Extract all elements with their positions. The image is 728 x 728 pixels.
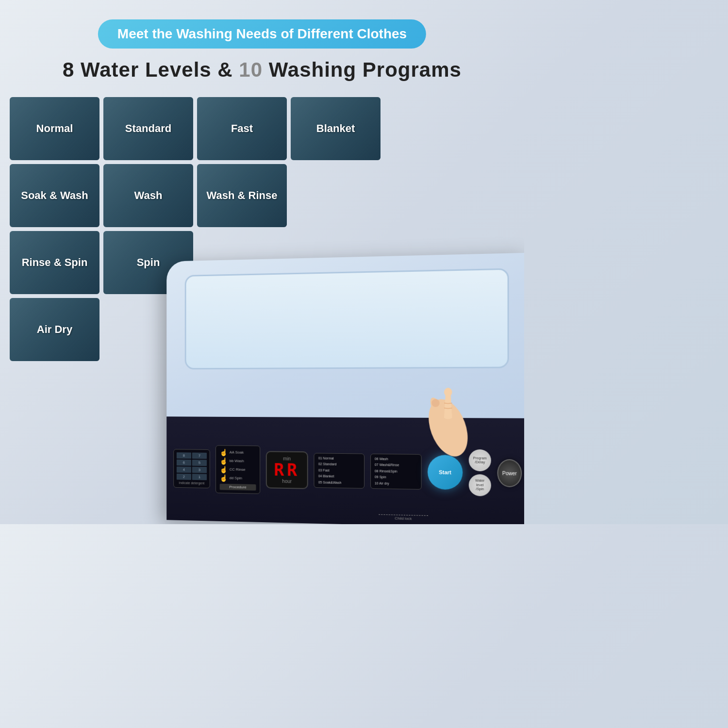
- program-fast[interactable]: Fast: [197, 97, 287, 160]
- dd-spin: dd Spin: [230, 476, 242, 480]
- prog-10: 10 Air dry: [375, 480, 417, 487]
- water-level-spin-label: Waterlevel/Spin: [475, 479, 484, 492]
- wl-5: 5: [192, 460, 207, 466]
- wl-8: 8: [177, 452, 191, 459]
- program-rinse-spin[interactable]: Rinse & Spin: [10, 231, 99, 294]
- main-title: 8 Water Levels & 10 Washing Programs: [0, 58, 524, 82]
- hand3-icon: ☝: [220, 465, 228, 473]
- prog-02: 02 Standard: [318, 461, 360, 468]
- program-air-dry[interactable]: Air Dry: [10, 298, 99, 361]
- wl-6: 6: [177, 460, 191, 466]
- svg-point-2: [431, 399, 439, 407]
- washer-lid: [185, 268, 509, 370]
- water-level-indicator: 8 7 6 5 4 3 2 1 Indicate detergent: [173, 449, 210, 488]
- finger-svg: [408, 378, 489, 468]
- program-wash[interactable]: Wash: [103, 164, 193, 227]
- water-level-spin-button[interactable]: Waterlevel/Spin: [469, 474, 491, 496]
- prog-09: 09 Spin: [375, 474, 417, 481]
- power-button[interactable]: Power: [497, 459, 522, 487]
- title-highlight: 10: [239, 58, 263, 81]
- program-soak-wash[interactable]: Soak & Wash: [10, 164, 99, 227]
- title-part1: 8 Water Levels &: [63, 58, 239, 81]
- badge-text: Meet the Washing Needs of Different Clot…: [117, 26, 407, 41]
- prog-05: 05 Soak&Wash: [318, 480, 360, 486]
- prog-list-items: 01 Normal 02 Standard 03 Fast 04 Blanket…: [318, 455, 360, 486]
- water-level-grid: 8 7 6 5 4 3 2 1: [177, 452, 207, 480]
- prog-04: 04 Blanket: [318, 474, 360, 480]
- prog-01: 01 Normal: [318, 455, 360, 462]
- wl-3: 3: [192, 467, 207, 473]
- cc-rinse: CC Rinse: [230, 467, 246, 472]
- program-blanket[interactable]: Blanket: [291, 97, 381, 160]
- procedure-label: Procedure: [220, 483, 256, 490]
- program-wash-rinse[interactable]: Wash & Rinse: [197, 164, 287, 227]
- program-normal[interactable]: Normal: [10, 97, 99, 160]
- program-standard[interactable]: Standard: [103, 97, 193, 160]
- top-badge: Meet the Washing Needs of Different Clot…: [98, 19, 426, 49]
- finger-pointing: [408, 378, 489, 468]
- wl-4: 4: [177, 466, 191, 473]
- title-part2: Washing Programs: [263, 58, 462, 81]
- title-text: 8 Water Levels & 10 Washing Programs: [0, 58, 524, 82]
- hand4-icon: ☝: [220, 474, 228, 482]
- washer-surface: 8 7 6 5 4 3 2 1 Indicate detergent ☝ AA …: [166, 253, 524, 524]
- svg-point-3: [444, 388, 452, 397]
- procedure-display: ☝ AA Soak ☝ bb Wash ☝ CC Rinse ☝ dd Spin…: [215, 445, 260, 494]
- child-lock-label: Child lock: [379, 514, 428, 521]
- hand2-icon: ☝: [220, 457, 228, 464]
- aa-soak: AA Soak: [230, 450, 244, 454]
- timer-display: min RR hour: [266, 451, 308, 489]
- bb-wash: bb Wash: [230, 459, 244, 463]
- wl-7: 7: [192, 452, 207, 459]
- timer-digits: RR: [273, 461, 300, 479]
- wl-1: 1: [192, 474, 207, 480]
- programs-list-display: 01 Normal 02 Standard 03 Fast 04 Blanket…: [314, 453, 364, 489]
- hand1-icon: ☝: [220, 448, 228, 456]
- indicate-detergent-label: Indicate detergent: [177, 481, 207, 485]
- wl-2: 2: [177, 474, 191, 480]
